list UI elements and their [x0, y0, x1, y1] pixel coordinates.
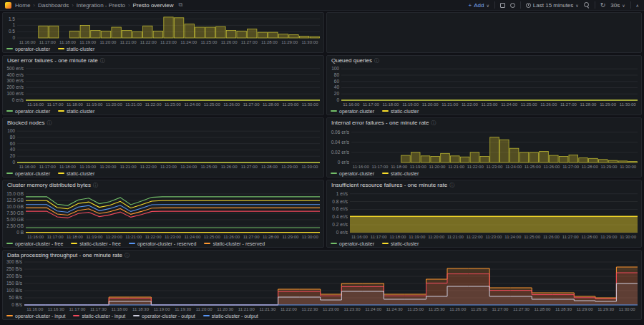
svg-text:11:19:00: 11:19:00 [79, 40, 97, 44]
breadcrumb-item[interactable]: Dashboards [38, 2, 69, 9]
legend-item[interactable]: operator-cluster [6, 109, 50, 114]
panel-title[interactable]: User error failures - one minute rate [7, 57, 98, 64]
svg-text:11:23:30: 11:23:30 [344, 307, 361, 311]
chart-internal-errors[interactable]: 0 er/s0.02 er/s0.04 er/s0.06 er/s11:16:0… [327, 127, 641, 170]
svg-text:11:26:00: 11:26:00 [221, 165, 238, 169]
svg-text:100 er/s: 100 er/s [7, 91, 24, 96]
legend-item[interactable]: operator-cluster - output [133, 314, 195, 319]
svg-text:0 er/s: 0 er/s [336, 230, 348, 235]
zoom-out-time-button[interactable] [584, 2, 590, 8]
grafana-logo-icon[interactable] [5, 2, 11, 9]
svg-text:11:17:00: 11:17:00 [363, 102, 380, 107]
svg-text:11:27:00: 11:27:00 [243, 102, 260, 107]
legend-item[interactable]: operator-cluster [331, 109, 374, 114]
panel-title[interactable]: Internal error failures - one minute rat… [331, 120, 429, 126]
info-icon[interactable]: ⓘ [125, 252, 130, 259]
svg-text:0.8 er/s: 0.8 er/s [332, 199, 348, 204]
panel-title[interactable]: Queued queries [331, 57, 372, 64]
panel-title[interactable]: Cluster memory distributed bytes [7, 182, 91, 188]
legend-item[interactable]: operator-cluster [6, 171, 50, 176]
svg-text:11:17:00: 11:17:00 [47, 235, 64, 239]
legend-item[interactable]: static-cluster [382, 241, 419, 246]
svg-text:11:23:00: 11:23:00 [486, 235, 503, 239]
info-icon[interactable]: ⓘ [100, 57, 105, 64]
refresh-button[interactable]: ↻ [600, 2, 606, 9]
info-icon[interactable]: ⓘ [93, 182, 98, 189]
legend-item[interactable]: operator-cluster - free [6, 241, 63, 246]
panel-title[interactable]: Data processing throughput - one minute … [7, 252, 122, 258]
breadcrumb-item[interactable]: Integration - Presto [77, 2, 125, 9]
legend-item[interactable]: static-cluster [382, 171, 419, 176]
plus-icon: + [469, 2, 472, 9]
info-icon[interactable]: ⓘ [431, 120, 436, 127]
breadcrumb: Home›Dashboards›Integration - Presto›Pre… [15, 2, 173, 9]
chart-top-left[interactable]: 00.511.511:16:0011:17:0011:18:0011:19:00… [3, 14, 323, 45]
legend-item[interactable]: static-cluster - input [73, 314, 125, 319]
svg-text:11:27:00: 11:27:00 [492, 307, 509, 311]
breadcrumb-item[interactable]: Presto overview [133, 2, 174, 9]
legend-item[interactable]: static-cluster - output [203, 314, 258, 319]
time-range-picker[interactable]: Last 15 minutes ∨ [526, 2, 579, 9]
panel-title[interactable]: Insufficient resource failures - one min… [331, 182, 447, 188]
collapse-toolbar-button[interactable]: ∧ [636, 3, 639, 8]
legend-item[interactable]: static-cluster - free [71, 241, 121, 246]
svg-text:11:30:00: 11:30:00 [302, 235, 319, 239]
legend-item[interactable]: operator-cluster [6, 47, 50, 52]
svg-text:11:21:00: 11:21:00 [120, 40, 137, 44]
breadcrumb-item[interactable]: Home [15, 2, 30, 9]
svg-text:0 er/s: 0 er/s [12, 97, 24, 102]
info-icon[interactable]: ⓘ [47, 120, 52, 127]
chart-queued-queries[interactable]: 02040608010011:16:0011:17:0011:18:0011:1… [327, 65, 641, 107]
svg-text:11:22:00: 11:22:00 [280, 307, 298, 311]
svg-text:7.50 GB: 7.50 GB [6, 210, 24, 215]
svg-text:11:25:00: 11:25:00 [525, 165, 542, 169]
panel-top-left-cropped: 00.511.511:16:0011:17:0011:18:0011:19:00… [2, 12, 324, 53]
save-dashboard-button[interactable] [510, 3, 515, 8]
svg-text:250 B/s: 250 B/s [6, 266, 23, 271]
chart-cluster-memory[interactable]: 0 B2.50 GB5.00 GB7.50 GB10.0 GB12.5 GB15… [3, 190, 323, 240]
chart-user-errors[interactable]: 0 er/s100 er/s200 er/s300 er/s400 er/s50… [3, 65, 323, 107]
legend-swatch [382, 243, 389, 244]
panels-icon-button[interactable] [500, 3, 505, 8]
chart-blocked-nodes[interactable]: 02040608010011:16:0011:17:0011:18:0011:1… [3, 127, 323, 170]
legend-item[interactable]: operator-cluster - input [6, 314, 65, 319]
chart-insufficient-resources[interactable]: 0 er/s0.2 er/s0.4 er/s0.6 er/s0.8 er/s1 … [327, 190, 641, 240]
svg-text:11:19:00: 11:19:00 [86, 235, 103, 239]
legend-label: operator-cluster [339, 171, 374, 176]
legend-label: static-cluster - free [79, 241, 121, 246]
svg-text:11:24:00: 11:24:00 [505, 165, 522, 169]
add-button[interactable]: + Add ∨ [469, 2, 489, 9]
legend-item[interactable]: static-cluster [382, 109, 419, 114]
legend-swatch [382, 110, 389, 112]
share-icon[interactable]: ⧉ [178, 1, 182, 9]
svg-text:11:29:00: 11:29:00 [281, 40, 298, 44]
panel-title[interactable]: Blocked nodes [7, 120, 44, 126]
legend-item[interactable]: operator-cluster - reserved [129, 241, 196, 246]
breadcrumb-separator: › [33, 2, 35, 9]
info-icon[interactable]: ⓘ [449, 182, 454, 189]
svg-text:11:22:00: 11:22:00 [462, 102, 479, 107]
legend-label: static-cluster [391, 109, 419, 114]
legend-item[interactable]: static-cluster [58, 171, 94, 176]
legend-label: operator-cluster [339, 241, 374, 246]
svg-text:11:26:00: 11:26:00 [223, 235, 240, 239]
svg-text:11:16:00: 11:16:00 [19, 165, 36, 169]
svg-text:11:26:00: 11:26:00 [543, 235, 560, 239]
svg-text:11:20:00: 11:20:00 [422, 102, 439, 107]
svg-text:11:27:00: 11:27:00 [560, 102, 577, 107]
legend-item[interactable]: operator-cluster [331, 171, 374, 176]
chart-throughput[interactable]: 0 B/s50 B/s100 B/s150 B/s200 B/s250 B/s3… [3, 260, 641, 312]
svg-text:11:30:00: 11:30:00 [301, 40, 318, 44]
legend-swatch [331, 173, 337, 174]
svg-text:11:21:00: 11:21:00 [125, 102, 142, 107]
svg-text:11:26:00: 11:26:00 [223, 102, 240, 107]
svg-text:11:26:00: 11:26:00 [449, 307, 467, 311]
legend-item[interactable]: static-cluster - reserved [204, 241, 265, 246]
refresh-interval-dropdown[interactable]: 30s ∨ [610, 2, 625, 9]
info-icon[interactable]: ⓘ [374, 57, 379, 64]
legend-item[interactable]: static-cluster [58, 47, 94, 52]
svg-text:11:23:00: 11:23:00 [165, 102, 182, 107]
svg-text:11:27:00: 11:27:00 [562, 235, 580, 239]
legend-item[interactable]: static-cluster [58, 109, 94, 114]
legend-item[interactable]: operator-cluster [331, 241, 374, 246]
